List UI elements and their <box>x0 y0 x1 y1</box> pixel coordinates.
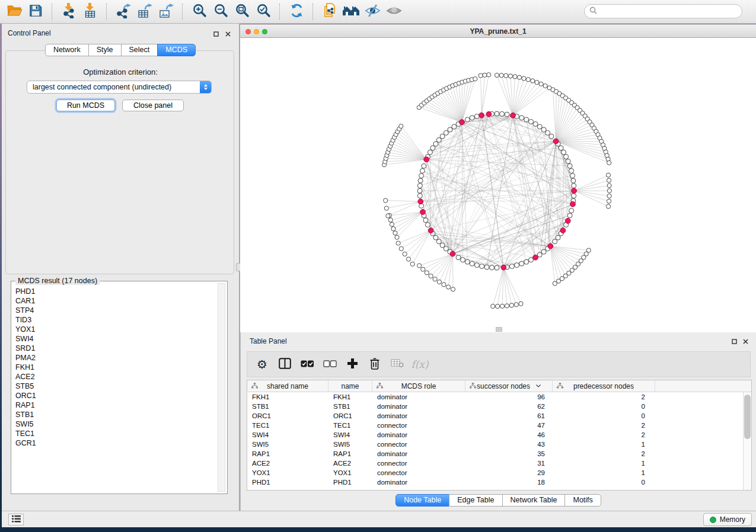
column-header-successor-nodes[interactable]: successor nodes <box>465 380 553 392</box>
result-node-item[interactable]: STB5 <box>15 382 216 391</box>
settings-gear-button[interactable]: ⚙ <box>254 356 270 373</box>
float-table-panel-icon[interactable] <box>731 338 738 345</box>
node-table: shared namenameMCDS rolesuccessor nodesp… <box>247 380 752 491</box>
result-node-item[interactable]: STB1 <box>15 410 216 419</box>
tab-style[interactable]: Style <box>88 44 122 56</box>
import-network-button[interactable] <box>58 2 79 21</box>
run-mcds-button[interactable]: Run MCDS <box>56 100 115 111</box>
result-node-item[interactable]: YOX1 <box>15 325 216 334</box>
network-canvas[interactable] <box>240 38 756 332</box>
table-panel-title: Table Panel <box>250 337 287 345</box>
tab-motifs[interactable]: Motifs <box>564 494 601 507</box>
result-node-item[interactable]: SRD1 <box>15 344 216 353</box>
result-node-item[interactable]: PMA2 <box>15 353 216 363</box>
column-header-MCDS-role[interactable]: MCDS role <box>372 380 465 392</box>
table-row[interactable]: STB1STB1dominator620 <box>247 402 751 411</box>
toolbar-separator <box>182 4 183 20</box>
table-row[interactable]: SWI5SWI5connector431 <box>247 440 751 449</box>
table-cell: SWI4 <box>247 430 328 440</box>
result-node-item[interactable]: CAR1 <box>15 296 216 306</box>
hide-eye-icon <box>365 4 381 20</box>
tab-edge-table[interactable]: Edge Table <box>449 494 502 507</box>
open-file-button[interactable] <box>4 2 25 21</box>
result-node-item[interactable]: GCR1 <box>15 438 216 448</box>
select-all-button[interactable] <box>299 356 315 373</box>
table-row[interactable]: ORC1ORC1dominator610 <box>247 411 751 421</box>
horizontal-splitter-grip[interactable] <box>496 327 502 332</box>
memory-button[interactable]: Memory <box>703 513 752 526</box>
table-row[interactable]: YOX1YOX1connector291 <box>247 468 751 477</box>
table-row[interactable]: TEC1TEC1connector472 <box>247 421 751 430</box>
delete-table-button <box>390 356 405 373</box>
refresh-layout-button[interactable] <box>286 2 307 21</box>
close-panel-button[interactable]: Close panel <box>122 100 184 111</box>
overview-button[interactable] <box>340 2 362 21</box>
column-label: predecessor nodes <box>573 382 634 390</box>
tab-select[interactable]: Select <box>121 44 158 56</box>
result-node-item[interactable]: SWI4 <box>15 334 216 344</box>
result-node-item[interactable]: ORC1 <box>15 391 216 400</box>
table-cell: dominator <box>372 411 465 421</box>
result-node-item[interactable]: TID3 <box>15 315 216 325</box>
result-node-item[interactable]: RAP1 <box>15 400 216 410</box>
table-cell: PHD1 <box>328 477 372 487</box>
export-image-button[interactable] <box>155 2 177 21</box>
memory-status-icon <box>710 517 716 523</box>
table-row[interactable]: RAP1RAP1dominator352 <box>247 449 751 459</box>
tab-network-table[interactable]: Network Table <box>502 494 566 507</box>
float-panel-icon[interactable] <box>213 31 219 37</box>
delete-column-button[interactable] <box>367 356 382 373</box>
zoom-in-button[interactable] <box>189 2 210 21</box>
close-table-panel-icon[interactable] <box>742 338 749 345</box>
table-cell: 2 <box>553 449 655 459</box>
column-header-shared-name[interactable]: shared name <box>247 380 328 392</box>
open-file-icon <box>7 4 23 20</box>
export-table-button[interactable] <box>134 2 155 21</box>
zoom-selected-button[interactable] <box>253 2 274 21</box>
result-node-item[interactable]: FKH1 <box>15 363 216 372</box>
criterion-dropdown[interactable]: largest connected component (undirected) <box>27 81 212 94</box>
table-scrollbar[interactable] <box>743 392 751 490</box>
table-cell: FKH1 <box>328 392 372 402</box>
select-all-icon <box>301 359 314 370</box>
result-node-item[interactable]: TEC1 <box>15 429 216 438</box>
clone-network-button[interactable] <box>319 2 340 21</box>
table-row[interactable]: FKH1FKH1dominator962 <box>247 392 751 402</box>
result-node-item[interactable]: ACE2 <box>15 372 216 382</box>
save-session-button[interactable] <box>25 2 46 21</box>
import-table-button[interactable] <box>79 2 101 21</box>
table-row[interactable]: SWI4SWI4dominator462 <box>247 430 751 440</box>
search-input[interactable] <box>600 5 742 17</box>
result-node-item[interactable]: PHD1 <box>15 287 216 296</box>
search-box[interactable] <box>584 4 742 18</box>
table-cell: STB1 <box>247 402 328 411</box>
split-view-button[interactable] <box>277 356 292 373</box>
export-network-button[interactable] <box>113 2 134 21</box>
table-cell: FKH1 <box>247 392 328 402</box>
result-node-item[interactable]: STP4 <box>15 306 216 315</box>
tab-node-table[interactable]: Node Table <box>395 494 449 507</box>
table-cell: RAP1 <box>247 449 328 459</box>
result-node-item[interactable]: SWI5 <box>15 419 216 429</box>
column-header-predecessor-nodes[interactable]: predecessor nodes <box>553 380 655 392</box>
tab-network[interactable]: Network <box>45 44 89 56</box>
table-cell: SWI5 <box>247 440 328 449</box>
add-column-button[interactable] <box>344 356 360 373</box>
main-toolbar <box>0 0 756 24</box>
toolbar-separator <box>312 4 314 20</box>
result-scrollbar[interactable] <box>218 283 225 492</box>
show-eye-button[interactable] <box>383 2 404 21</box>
table-row[interactable]: PHD1PHD1dominator180 <box>247 477 751 487</box>
task-history-button[interactable] <box>8 514 24 525</box>
close-panel-icon[interactable] <box>225 31 231 37</box>
zoom-out-button[interactable] <box>210 2 231 21</box>
tab-mcds[interactable]: MCDS <box>157 44 196 56</box>
deselect-all-button[interactable] <box>322 356 337 373</box>
zoom-fit-button[interactable] <box>231 2 253 21</box>
table-row[interactable]: ACE2ACE2connector311 <box>247 459 751 468</box>
hide-eye-button[interactable] <box>362 2 383 21</box>
control-panel-tabs: NetworkStyleSelectMCDS <box>2 44 239 56</box>
table-cell: 47 <box>465 421 553 430</box>
column-header-name[interactable]: name <box>328 380 372 392</box>
table-scrollbar-thumb[interactable] <box>744 395 751 439</box>
